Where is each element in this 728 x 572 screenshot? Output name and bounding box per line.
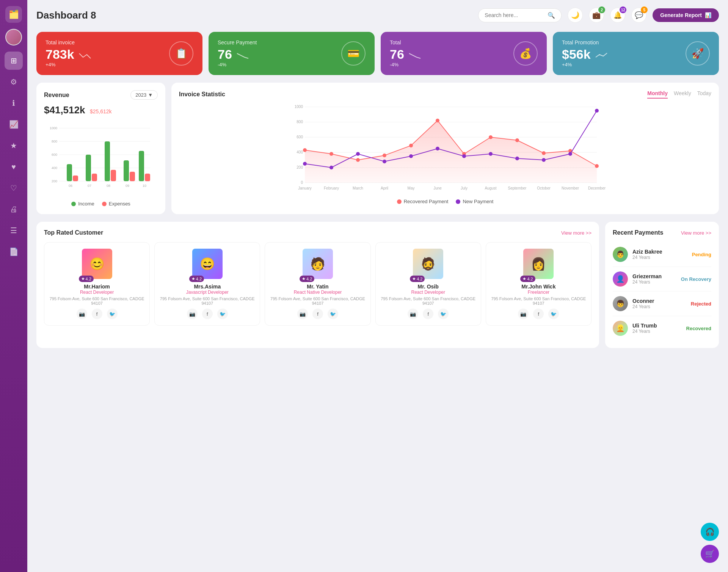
gear-icon: ⚙ bbox=[10, 77, 17, 86]
sidebar-item-favorites[interactable]: ★ bbox=[5, 136, 23, 155]
sidebar-item-analytics[interactable]: 📈 bbox=[5, 115, 23, 133]
svg-text:April: April bbox=[381, 186, 388, 190]
instagram-icon[interactable]: 📷 bbox=[408, 309, 418, 319]
payment-avatar: 👱 bbox=[613, 321, 628, 336]
facebook-icon[interactable]: f bbox=[202, 309, 213, 319]
svg-text:1000: 1000 bbox=[50, 126, 57, 130]
svg-point-55 bbox=[436, 147, 439, 150]
twitter-icon[interactable]: 🐦 bbox=[328, 309, 338, 319]
search-box[interactable]: 🔍 bbox=[478, 8, 562, 22]
svg-rect-10 bbox=[67, 164, 72, 181]
chat-button[interactable]: 💬 5 bbox=[631, 8, 646, 23]
svg-text:August: August bbox=[485, 186, 496, 190]
customer-photo: 😊 ★ 4.2 bbox=[82, 249, 112, 279]
generate-label: Generate Report bbox=[660, 12, 702, 18]
list-item: 😊 ★ 4.2 Mr.Hariom React Developer 795 Fo… bbox=[44, 242, 150, 326]
avatar[interactable] bbox=[5, 29, 22, 45]
invoice-line-chart: 1000 800 600 400 200 0 bbox=[179, 103, 711, 194]
sidebar-item-documents[interactable]: 📄 bbox=[5, 243, 23, 261]
svg-text:1000: 1000 bbox=[295, 105, 303, 109]
twitter-icon[interactable]: 🐦 bbox=[217, 309, 228, 319]
payment-info: Oconner 24 Years bbox=[632, 298, 686, 309]
tab-monthly[interactable]: Monthly bbox=[647, 90, 668, 99]
facebook-icon[interactable]: f bbox=[423, 309, 433, 319]
facebook-icon[interactable]: f bbox=[92, 309, 102, 319]
customers-view-more[interactable]: View more >> bbox=[561, 230, 592, 236]
customer-photo: 🧑 ★ 4.2 bbox=[303, 249, 333, 279]
svg-point-54 bbox=[409, 154, 413, 158]
facebook-icon[interactable]: f bbox=[312, 309, 323, 319]
customer-role: React Developer bbox=[380, 290, 476, 295]
moon-icon: 🌙 bbox=[571, 11, 579, 19]
promo-value: $56k bbox=[562, 47, 607, 62]
svg-text:400: 400 bbox=[297, 150, 303, 154]
svg-text:November: November bbox=[562, 186, 579, 190]
payment-name: Uli Trumb bbox=[632, 323, 682, 329]
customer-name: Mrs.Asima bbox=[159, 284, 255, 290]
payment-label: Secure Payment bbox=[218, 39, 257, 45]
customer-name: Mr.John Wick bbox=[491, 284, 587, 290]
wallet-button[interactable]: 💼 2 bbox=[589, 8, 604, 23]
twitter-icon[interactable]: 🐦 bbox=[548, 309, 559, 319]
promo-change: +4% bbox=[562, 62, 607, 67]
svg-text:800: 800 bbox=[297, 120, 303, 124]
sidebar-item-print[interactable]: 🖨 bbox=[5, 200, 23, 218]
sidebar-item-info[interactable]: ℹ bbox=[5, 94, 23, 112]
svg-rect-11 bbox=[73, 176, 78, 181]
list-item: 👱 Uli Trumb 24 Years Recovered bbox=[613, 316, 711, 340]
info-icon: ℹ bbox=[12, 99, 15, 108]
instagram-icon[interactable]: 📷 bbox=[77, 309, 87, 319]
facebook-icon[interactable]: f bbox=[533, 309, 544, 319]
theme-toggle-button[interactable]: 🌙 bbox=[568, 8, 583, 23]
invoice-value: 783k bbox=[46, 47, 91, 62]
customers-title: Top Rated Customer bbox=[44, 229, 103, 236]
chart-icon: 📊 bbox=[705, 12, 711, 18]
support-fab[interactable]: 🎧 bbox=[701, 523, 719, 541]
sidebar-item-likes[interactable]: ♥ bbox=[5, 158, 23, 176]
menu-icon: ☰ bbox=[10, 226, 17, 235]
rating-badge: ★ 4.2 bbox=[79, 276, 94, 282]
cart-fab[interactable]: 🛒 bbox=[701, 545, 719, 563]
stat-card-invoice: Total invoice 783k +4% 📋 bbox=[36, 32, 202, 75]
customer-address: 795 Folsom Ave, Suite 600 San Francisco,… bbox=[49, 296, 145, 306]
sidebar: 🗂️ ⊞ ⚙ ℹ 📈 ★ ♥ ♡ 🖨 ☰ 📄 bbox=[0, 0, 27, 572]
twitter-icon[interactable]: 🐦 bbox=[438, 309, 449, 319]
payment-info: Griezerman 24 Years bbox=[632, 273, 676, 285]
svg-point-45 bbox=[489, 135, 493, 139]
payments-view-more[interactable]: View more >> bbox=[681, 230, 711, 236]
svg-point-49 bbox=[595, 164, 599, 168]
svg-rect-18 bbox=[139, 151, 144, 181]
payment-info: Uli Trumb 24 Years bbox=[632, 323, 682, 334]
list-item: 🧔 ★ 4.2 Mr. Osib React Developer 795 Fol… bbox=[375, 242, 481, 326]
heart-icon: ♥ bbox=[11, 163, 16, 171]
tab-weekly[interactable]: Weekly bbox=[674, 90, 691, 99]
chat-badge: 5 bbox=[641, 6, 648, 13]
recent-payments-card: Recent Payments View more >> 👨 Aziz Bakr… bbox=[605, 222, 719, 348]
twitter-icon[interactable]: 🐦 bbox=[107, 309, 118, 319]
header-actions: 🔍 🌙 💼 2 🔔 12 💬 5 Generate Report 📊 bbox=[478, 8, 719, 23]
tab-today[interactable]: Today bbox=[697, 90, 711, 99]
svg-point-39 bbox=[329, 152, 333, 156]
svg-text:07: 07 bbox=[88, 184, 91, 188]
instagram-icon[interactable]: 📷 bbox=[297, 309, 308, 319]
svg-point-42 bbox=[409, 144, 413, 147]
sidebar-item-menu[interactable]: ☰ bbox=[5, 221, 23, 240]
customer-name: Mr. Osib bbox=[380, 284, 476, 290]
instagram-icon[interactable]: 📷 bbox=[187, 309, 198, 319]
instagram-icon[interactable]: 📷 bbox=[518, 309, 529, 319]
total-label: Total bbox=[390, 39, 420, 45]
payment-status: Rejected bbox=[691, 301, 711, 307]
sidebar-item-settings[interactable]: ⚙ bbox=[5, 73, 23, 91]
sidebar-item-dashboard[interactable]: ⊞ bbox=[5, 52, 23, 70]
svg-text:May: May bbox=[408, 186, 415, 190]
sidebar-item-saved[interactable]: ♡ bbox=[5, 179, 23, 197]
search-input[interactable] bbox=[485, 12, 544, 18]
customer-social: 📷 f 🐦 bbox=[270, 309, 366, 319]
year-selector[interactable]: 2023 ▼ bbox=[130, 90, 158, 100]
generate-report-button[interactable]: Generate Report 📊 bbox=[653, 8, 719, 22]
notification-button[interactable]: 🔔 12 bbox=[610, 8, 625, 23]
stat-cards: Total invoice 783k +4% 📋 Secure Payment … bbox=[36, 32, 719, 75]
svg-text:200: 200 bbox=[297, 165, 303, 169]
payment-age: 24 Years bbox=[632, 329, 682, 334]
sidebar-logo[interactable]: 🗂️ bbox=[5, 6, 22, 23]
